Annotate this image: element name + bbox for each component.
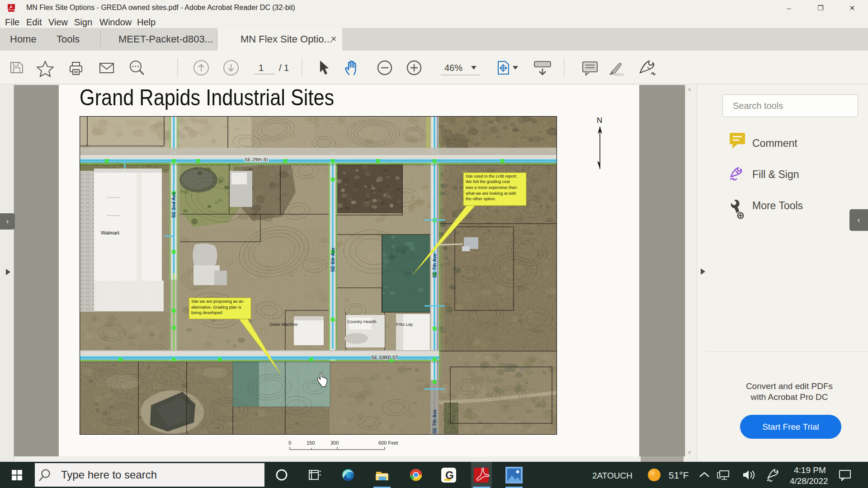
svg-text:150: 150	[307, 440, 315, 446]
svg-text:4/28/2022: 4/28/2022	[790, 476, 828, 486]
svg-text:being developed: being developed	[191, 310, 222, 315]
svg-text:SE 7th Ave: SE 7th Ave	[432, 253, 437, 278]
svg-text:alternative. Grading plan is: alternative. Grading plan is	[191, 305, 241, 310]
svg-text:300: 300	[330, 440, 339, 446]
svg-text:4:19 PM: 4:19 PM	[794, 465, 826, 475]
svg-text:SE 33RD ST: SE 33RD ST	[371, 355, 399, 360]
svg-text:Country Hearth: Country Hearth	[347, 319, 376, 324]
svg-text:SE 7th Ave: SE 7th Ave	[432, 409, 437, 434]
svg-text:51°F: 51°F	[669, 470, 689, 480]
svg-text:46%: 46%	[444, 63, 462, 73]
svg-text:Swan Machine: Swan Machine	[269, 322, 297, 327]
svg-text:SE 6th Ave: SE 6th Ave	[330, 248, 335, 272]
svg-text:the other option.: the other option.	[466, 197, 496, 201]
svg-text:SE 2nd Ave: SE 2nd Ave	[171, 192, 176, 218]
svg-text:1: 1	[259, 63, 264, 73]
svg-text:Site we are proposing as an: Site we are proposing as an	[191, 299, 243, 304]
svg-text:SE 29th St: SE 29th St	[245, 157, 268, 162]
svg-text:2ATOUCH: 2ATOUCH	[592, 471, 632, 480]
svg-text:0: 0	[288, 440, 291, 446]
svg-text:600 Feet: 600 Feet	[378, 440, 398, 446]
svg-text:was a more expensive than: was a more expensive than	[465, 185, 517, 190]
svg-text:what we are looking at with: what we are looking at with	[465, 191, 516, 196]
svg-text:We felt the grading cost: We felt the grading cost	[466, 179, 510, 184]
svg-text:Site used in the LHB report.: Site used in the LHB report.	[466, 174, 517, 178]
svg-text:/ 1: / 1	[279, 63, 289, 73]
svg-text:Walmart: Walmart	[101, 230, 119, 235]
svg-text:Frito Lay: Frito Lay	[396, 322, 413, 327]
svg-text:N: N	[597, 116, 602, 125]
